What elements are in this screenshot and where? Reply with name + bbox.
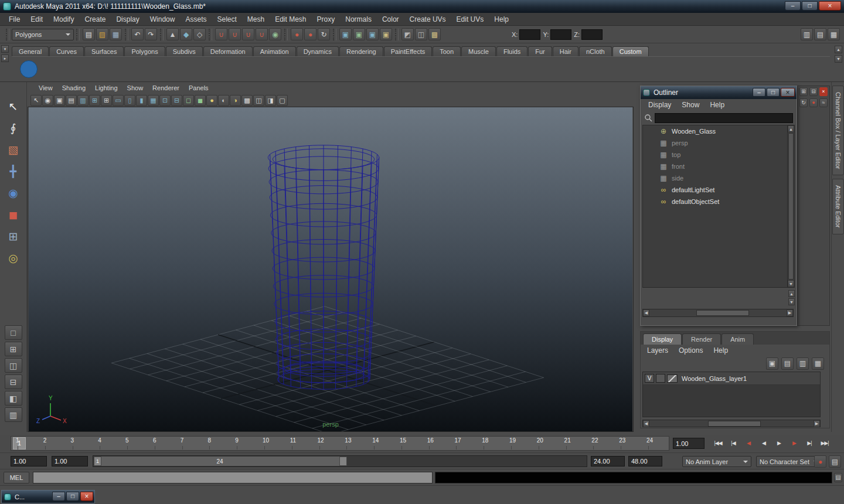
playback-end-field[interactable] bbox=[591, 456, 625, 466]
input-connections-icon[interactable]: ● bbox=[291, 28, 303, 40]
outliner-close-button[interactable]: × bbox=[781, 88, 795, 97]
lasso-tool-icon[interactable]: ∮ bbox=[4, 118, 23, 138]
soft-modification-icon[interactable]: ◎ bbox=[4, 248, 23, 268]
side-tab-channel-box-layer-editor[interactable]: Channel Box / Layer Editor bbox=[832, 86, 844, 175]
script-editor-icon[interactable]: ▤ bbox=[834, 473, 842, 482]
select-by-hierarchy-icon[interactable]: ▲ bbox=[166, 28, 179, 40]
outliner-item-top[interactable]: ▦top bbox=[643, 149, 787, 161]
outliner-titlebar[interactable]: Outliner –□× bbox=[641, 86, 797, 99]
shelf-tab-deformation[interactable]: Deformation bbox=[203, 46, 253, 56]
auto-keyframe-icon[interactable]: ● bbox=[814, 455, 826, 468]
shelf-tab-ncloth[interactable]: nCloth bbox=[579, 46, 612, 56]
key-channel-icon[interactable]: ● bbox=[809, 98, 818, 107]
tear-off-copy-icon[interactable]: ⊟ bbox=[809, 87, 818, 96]
scroll-up-icon[interactable]: ▲ bbox=[788, 290, 795, 297]
panel-menu-show[interactable]: Show bbox=[122, 81, 148, 94]
z-field[interactable] bbox=[581, 29, 603, 40]
outliner-menu-show[interactable]: Show bbox=[676, 98, 705, 111]
new-layer-icon[interactable]: ▥ bbox=[797, 357, 809, 370]
menu-modify[interactable]: Modify bbox=[48, 13, 79, 26]
layer-horizontal-scrollbar[interactable]: ◀ ▶ bbox=[642, 420, 821, 427]
shelf-tab-toon[interactable]: Toon bbox=[433, 46, 461, 56]
image-plane-icon[interactable]: ▥ bbox=[77, 95, 89, 106]
persp-outliner-layout-icon[interactable]: ◧ bbox=[5, 391, 22, 406]
close-button[interactable]: × bbox=[819, 1, 841, 11]
shelf-tab-polygons[interactable]: Polygons bbox=[124, 46, 165, 56]
four-pane-layout-icon[interactable]: ⊞ bbox=[5, 342, 22, 356]
redo-icon[interactable]: ↷ bbox=[145, 28, 157, 40]
layer-row[interactable]: VWooden_Glass_layer1 bbox=[643, 372, 820, 385]
animation-preferences-icon[interactable]: ▤ bbox=[829, 455, 841, 468]
shelf-tab-painteffects[interactable]: PaintEffects bbox=[384, 46, 433, 56]
menu-set-dropdown[interactable]: Polygons bbox=[12, 29, 74, 40]
channel-box-toggle-icon[interactable]: ▦ bbox=[828, 28, 840, 40]
step-forward-key-button[interactable]: ▶ bbox=[787, 437, 802, 449]
gate-mask-icon[interactable]: ▮ bbox=[136, 95, 147, 106]
frame-all-icon[interactable]: ◻ bbox=[183, 95, 194, 106]
shelf-tab-surfaces[interactable]: Surfaces bbox=[84, 46, 124, 56]
outliner-item-front[interactable]: ▦front bbox=[643, 161, 787, 172]
shelf-tab-general[interactable]: General bbox=[12, 46, 49, 56]
menu-window[interactable]: Window bbox=[145, 13, 181, 26]
menu-normals[interactable]: Normals bbox=[340, 13, 377, 26]
scroll-down-icon[interactable]: ▼ bbox=[788, 280, 794, 287]
statusline-handle[interactable] bbox=[6, 29, 9, 40]
channel-graph-icon[interactable]: ≈ bbox=[819, 98, 828, 107]
shelf-tab-dynamics[interactable]: Dynamics bbox=[297, 46, 339, 56]
scroll-left-icon[interactable]: ◀ bbox=[643, 420, 649, 427]
menu-color[interactable]: Color bbox=[377, 13, 404, 26]
scrollbar-thumb[interactable] bbox=[788, 133, 794, 280]
layer-tab-anim[interactable]: Anim bbox=[722, 333, 754, 345]
y-field[interactable] bbox=[550, 29, 571, 40]
outliner-maximize-button[interactable]: □ bbox=[767, 88, 780, 97]
new-empty-layer-icon[interactable]: ▤ bbox=[781, 357, 794, 370]
move-tool-icon[interactable]: ╋ bbox=[4, 161, 23, 181]
two-d-pan-zoom-icon[interactable]: ⊞ bbox=[89, 95, 100, 106]
safe-title-icon[interactable]: ⊟ bbox=[171, 95, 182, 106]
menu-help[interactable]: Help bbox=[489, 13, 514, 26]
taskwin-maximize-button[interactable]: □ bbox=[66, 492, 79, 501]
playback-start-field[interactable] bbox=[52, 456, 88, 466]
new-scene-icon[interactable]: ▤ bbox=[83, 28, 95, 40]
panel-menu-lighting[interactable]: Lighting bbox=[90, 81, 122, 94]
frame-selection-icon[interactable]: ◼ bbox=[195, 95, 206, 106]
edit-layer-icon[interactable]: ▣ bbox=[766, 357, 778, 370]
animation-end-field[interactable] bbox=[628, 456, 662, 466]
sync-channel-icon[interactable]: ↻ bbox=[799, 98, 808, 107]
layer-playback-toggle[interactable] bbox=[656, 374, 665, 383]
close-pane-icon[interactable]: × bbox=[819, 87, 828, 96]
undo-icon[interactable]: ↶ bbox=[131, 28, 144, 40]
content-browser-icon[interactable]: ▩ bbox=[428, 28, 441, 40]
play-forwards-button[interactable]: ▶ bbox=[771, 437, 787, 449]
film-gate-icon[interactable]: ▭ bbox=[113, 95, 124, 106]
shelf-tab-muscle[interactable]: Muscle bbox=[461, 46, 496, 56]
save-scene-icon[interactable]: ▦ bbox=[110, 28, 122, 40]
hypershade-icon[interactable]: ◩ bbox=[401, 28, 414, 40]
x-field[interactable] bbox=[519, 29, 540, 40]
menu-create-uvs[interactable]: Create UVs bbox=[404, 13, 451, 26]
shelf-tab-custom[interactable]: Custom bbox=[612, 46, 649, 56]
layer-menu-layers[interactable]: Layers bbox=[642, 344, 673, 357]
outliner-horizontal-scrollbar[interactable]: ◀ ▶ bbox=[642, 309, 794, 317]
outliner-menu-help[interactable]: Help bbox=[705, 98, 730, 111]
snap-to-view-plane-icon[interactable]: ∪ bbox=[256, 28, 268, 40]
animation-start-field[interactable] bbox=[11, 456, 47, 466]
menu-select[interactable]: Select bbox=[212, 13, 241, 26]
scrollbar-thumb[interactable] bbox=[696, 310, 749, 316]
layer-tab-display[interactable]: Display bbox=[643, 333, 682, 345]
range-slider-track[interactable]: 1 24 bbox=[93, 455, 587, 467]
open-scene-icon[interactable]: ▨ bbox=[96, 28, 108, 40]
step-back-key-button[interactable]: ◀ bbox=[741, 437, 756, 449]
play-backwards-button[interactable]: ◀ bbox=[756, 437, 771, 449]
anim-layer-dropdown[interactable]: No Anim Layer bbox=[682, 456, 751, 467]
shelf-tab-fur[interactable]: Fur bbox=[528, 46, 552, 56]
shelf-tab-animation[interactable]: Animation bbox=[253, 46, 296, 56]
new-layer-from-selected-icon[interactable]: ▦ bbox=[812, 357, 824, 370]
range-end-handle[interactable] bbox=[339, 457, 347, 466]
field-chart-icon[interactable]: ▦ bbox=[148, 95, 159, 106]
outliner-search-input[interactable] bbox=[655, 113, 793, 123]
render-view-icon[interactable]: ▣ bbox=[339, 28, 352, 40]
outliner-minimize-button[interactable]: – bbox=[753, 88, 765, 97]
panel-menu-shading[interactable]: Shading bbox=[57, 81, 90, 94]
menu-proxy[interactable]: Proxy bbox=[312, 13, 341, 26]
